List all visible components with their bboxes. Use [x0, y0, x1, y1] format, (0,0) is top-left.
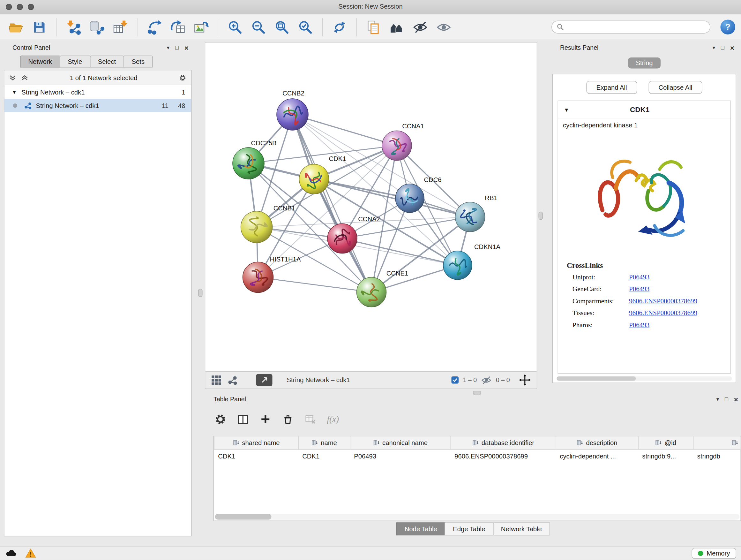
left-splitter-handle[interactable] [198, 289, 203, 297]
tab-node-table[interactable]: Node Table [396, 523, 445, 536]
cell-description[interactable]: cyclin-dependent ... [556, 449, 638, 462]
results-horizontal-scrollbar[interactable] [557, 376, 732, 381]
float-window-icon[interactable]: □ [725, 395, 728, 402]
float-menu-icon[interactable]: ▾ [713, 44, 715, 51]
birdseye-view-button[interactable] [387, 17, 407, 37]
column-header[interactable]: @id [638, 436, 693, 449]
tab-sets[interactable]: Sets [124, 56, 153, 68]
gene-disclosure-icon[interactable]: ▼ [564, 107, 569, 112]
zoom-in-button[interactable] [225, 17, 245, 37]
network-node-CDK1[interactable] [299, 165, 329, 194]
import-network-file-button[interactable] [63, 17, 83, 37]
table-row[interactable]: CDK1 CDK1 P06493 9606.ENSP00000378699 cy… [214, 449, 741, 462]
string-tab-badge[interactable]: String [628, 57, 661, 69]
right-splitter-handle[interactable] [539, 212, 543, 220]
import-network-database-button[interactable] [87, 17, 107, 37]
table-settings-gear-icon[interactable] [214, 413, 226, 425]
cell-canonical-name[interactable]: P06493 [350, 449, 451, 462]
delete-column-trash-icon[interactable] [282, 413, 294, 425]
hidden-eye-slash-icon[interactable] [481, 375, 492, 385]
close-panel-icon[interactable]: × [185, 44, 189, 52]
network-row-selected[interactable]: String Network – cdk1 11 48 [4, 99, 191, 112]
grid-view-icon[interactable] [211, 375, 222, 385]
genecard-link[interactable]: P06493 [629, 286, 650, 293]
zoom-selected-button[interactable] [295, 17, 316, 37]
column-header[interactable]: shared name [214, 436, 298, 449]
save-session-button[interactable] [29, 17, 50, 37]
toolbar-search[interactable] [551, 21, 711, 34]
expand-all-button[interactable]: Expand All [586, 81, 637, 94]
cell-shared-name[interactable]: CDK1 [214, 449, 298, 462]
network-node-CDC6[interactable] [395, 184, 424, 212]
warning-icon[interactable] [25, 548, 37, 559]
column-header[interactable]: namespace [693, 436, 741, 449]
zoom-out-button[interactable] [249, 17, 269, 37]
tab-network[interactable]: Network [20, 56, 60, 68]
search-input[interactable] [567, 23, 705, 31]
network-node-CCNA1[interactable] [382, 131, 412, 161]
cell-name[interactable]: CDK1 [298, 449, 350, 462]
float-menu-icon[interactable]: ▾ [717, 396, 719, 402]
bottom-splitter-handle[interactable] [473, 391, 481, 395]
gear-icon[interactable] [179, 74, 186, 81]
column-header[interactable]: canonical name [350, 436, 451, 449]
export-document-button[interactable] [363, 17, 384, 37]
column-header[interactable]: database identifier [451, 436, 556, 449]
share-view-icon[interactable] [227, 375, 238, 385]
float-window-icon[interactable]: □ [721, 44, 724, 51]
uniprot-link[interactable]: P06493 [629, 273, 650, 281]
import-table-button[interactable] [110, 17, 130, 37]
tab-select[interactable]: Select [90, 56, 124, 68]
detach-view-button[interactable] [256, 374, 273, 386]
close-panel-icon[interactable]: × [730, 44, 734, 52]
expand-all-icon[interactable] [21, 74, 28, 81]
new-network-from-selection-button[interactable] [144, 17, 164, 37]
selected-checkbox-icon[interactable] [452, 376, 459, 384]
network-canvas[interactable]: CCNB2CCNA1CDC25BCDK1CDC6RB1CCNB1CCNA2CDK… [205, 43, 537, 371]
zoom-fit-button[interactable] [272, 17, 292, 37]
collapse-all-icon[interactable] [9, 74, 17, 81]
float-menu-icon[interactable]: ▾ [167, 44, 170, 51]
cloud-icon[interactable] [5, 548, 16, 559]
apply-layout-button[interactable] [329, 17, 349, 37]
network-node-CDKN1A[interactable] [443, 251, 472, 280]
new-table-from-network-button[interactable] [167, 17, 188, 37]
network-edge[interactable] [342, 239, 458, 265]
pan-crosshair-icon[interactable] [519, 374, 531, 386]
export-image-button[interactable] [191, 17, 211, 37]
cell-database-identifier[interactable]: 9606.ENSP00000378699 [451, 449, 556, 462]
show-all-button[interactable] [434, 17, 454, 37]
cell-namespace[interactable]: stringdb [693, 449, 741, 462]
pharos-link[interactable]: P06493 [629, 321, 650, 329]
memory-button[interactable]: Memory [692, 548, 736, 559]
hide-selected-button[interactable] [410, 17, 430, 37]
network-node-CCNB2[interactable] [277, 99, 308, 130]
add-column-plus-icon[interactable] [259, 413, 272, 425]
network-node-CCNB1[interactable] [241, 211, 273, 243]
close-panel-icon[interactable]: × [734, 395, 738, 403]
compartments-link[interactable]: 9606.ENSP00000378699 [629, 298, 697, 305]
network-node-CCNA2[interactable] [327, 224, 357, 253]
tissues-link[interactable]: 9606.ENSP00000378699 [629, 309, 697, 317]
network-edge[interactable] [293, 115, 397, 146]
network-node-CDC25B[interactable] [232, 147, 264, 179]
tab-edge-table[interactable]: Edge Table [445, 523, 493, 536]
cell-id[interactable]: stringdb:9... [638, 449, 693, 462]
tab-style[interactable]: Style [60, 56, 90, 68]
collapse-all-button[interactable]: Collapse All [649, 81, 702, 94]
network-node-CCNE1[interactable] [357, 277, 387, 307]
table-horizontal-scrollbar[interactable] [215, 514, 740, 520]
column-header[interactable]: name [298, 436, 350, 449]
show-columns-icon[interactable] [237, 413, 249, 425]
network-node-HIST1H1A[interactable] [243, 262, 273, 293]
network-collection-row[interactable]: ▼ String Network – cdk1 1 [4, 85, 191, 99]
column-header[interactable]: description [556, 436, 638, 449]
network-edge[interactable] [314, 179, 470, 217]
tab-network-table[interactable]: Network Table [493, 523, 550, 536]
help-button[interactable]: ? [721, 20, 736, 35]
network-node-RB1[interactable] [455, 202, 485, 232]
float-window-icon[interactable]: □ [175, 44, 179, 51]
open-session-button[interactable] [6, 17, 26, 37]
network-edge[interactable] [293, 115, 372, 293]
network-edge[interactable] [258, 277, 372, 293]
